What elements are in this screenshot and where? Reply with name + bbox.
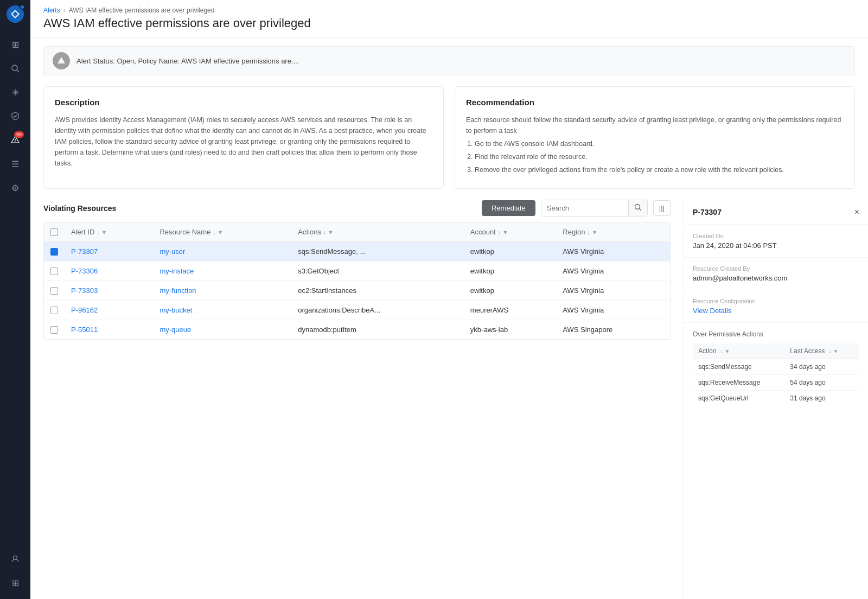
alerts-nav-icon[interactable]: 99 <box>4 129 26 151</box>
columns-button[interactable]: ||| <box>653 200 671 216</box>
alert-id-link-0[interactable]: P-73307 <box>71 247 98 256</box>
row-checkbox-4[interactable] <box>50 326 58 334</box>
created-on-section: Created On Jan 24, 2020 at 04:06 PST <box>684 225 868 258</box>
action-sort[interactable]: ↓ ▼ <box>720 348 730 354</box>
page-title: AWS IAM effective permissions are over p… <box>43 16 855 30</box>
table-row[interactable]: P-96162 my-bucket organizations:Describe… <box>44 301 670 320</box>
action-row: sqs:GetQueueUrl 31 days ago <box>693 391 859 406</box>
svg-line-6 <box>639 209 641 211</box>
content-main: Violating Resources Remediate ||| <box>30 200 684 599</box>
svg-point-5 <box>635 205 640 209</box>
actions-header: Actions ↓ ▼ <box>291 222 464 242</box>
account-cell-1: ewitkop <box>464 262 556 281</box>
region-cell-2: AWS Virginia <box>556 281 670 301</box>
resources-table: Alert ID ↓ ▼ Resource Name ↓ ▼ Actions ↓… <box>44 222 670 339</box>
breadcrumb-current: AWS IAM effective permissions are over p… <box>69 7 215 14</box>
violating-resources-title: Violating Resources <box>43 204 116 213</box>
alert-id-link-1[interactable]: P-73306 <box>71 267 98 275</box>
row-checkbox-1[interactable] <box>50 267 58 275</box>
over-permissive-title: Over Permissive Actions <box>693 330 859 338</box>
region-cell-0: AWS Virginia <box>556 242 670 262</box>
alert-id-link-4[interactable]: P-55011 <box>71 326 98 334</box>
recommendation-intro: Each resource should follow the standard… <box>466 116 841 135</box>
main-content: Alerts › AWS IAM effective permissions a… <box>30 0 868 599</box>
region-sort[interactable]: ↓ ▼ <box>587 229 597 235</box>
table-body: P-73307 my-user sqs:SendMessage, ... ewi… <box>44 242 670 340</box>
table-row[interactable]: P-73303 my-function ec2:StartInstances e… <box>44 281 670 301</box>
table-row[interactable]: P-73306 my-instace s3:GetObject ewitkop … <box>44 262 670 281</box>
resource-created-by-label: Resource Created By <box>693 265 859 272</box>
grid-nav-icon[interactable]: ⊞ <box>4 572 26 594</box>
recommendation-step-2: Find the relevant role of the resource. <box>475 151 844 162</box>
breadcrumb-alerts-link[interactable]: Alerts <box>43 7 60 14</box>
row-checkbox-2[interactable] <box>50 287 58 295</box>
table-row[interactable]: P-73307 my-user sqs:SendMessage, ... ewi… <box>44 242 670 262</box>
dashboard-icon[interactable]: ⊞ <box>4 34 26 55</box>
action-cell-1: sqs:ReceiveMessage <box>693 375 784 391</box>
close-detail-button[interactable]: × <box>854 207 859 217</box>
recommendation-step-3: Remove the over privileged actions from … <box>475 164 844 175</box>
resource-created-by-value: admin@paloaltonetworks.com <box>693 274 859 282</box>
recommendation-steps: Go to the AWS console IAM dashboard. Fin… <box>475 138 844 175</box>
list-nav-icon[interactable]: ☰ <box>4 153 26 175</box>
actions-sub-table: Action ↓ ▼ Last Access ↓ ▼ sqs:SendMessa… <box>693 343 859 406</box>
row-checkbox-0[interactable] <box>50 248 58 256</box>
app-logo <box>5 4 25 24</box>
select-all-checkbox[interactable] <box>50 228 58 236</box>
account-cell-4: ykb-aws-lab <box>464 320 556 340</box>
section-header: Violating Resources Remediate ||| <box>43 200 671 216</box>
resource-config-label: Resource Configuration <box>693 298 859 304</box>
remediate-button[interactable]: Remediate <box>482 200 535 216</box>
actions-cell-1: s3:GetObject <box>291 262 464 281</box>
action-col-header: Action ↓ ▼ <box>693 343 784 359</box>
region-cell-4: AWS Singapore <box>556 320 670 340</box>
alert-id-header: Alert ID ↓ ▼ <box>65 222 153 242</box>
user-nav-icon[interactable] <box>4 548 26 570</box>
sidebar: ⊞ ✳ 99 ☰ ⚙ ⊞ <box>0 0 30 599</box>
region-cell-1: AWS Virginia <box>556 262 670 281</box>
detail-panel: P-73307 × Created On Jan 24, 2020 at 04:… <box>684 200 868 599</box>
actions-sort[interactable]: ↓ ▼ <box>323 229 334 235</box>
description-card: Description AWS provides Identity Access… <box>43 86 444 189</box>
shield-nav-icon[interactable] <box>4 105 26 127</box>
svg-point-3 <box>15 141 16 142</box>
recommendation-title: Recommendation <box>466 98 844 107</box>
action-row: sqs:SendMessage 34 days ago <box>693 359 859 375</box>
last-access-sort[interactable]: ↓ ▼ <box>829 348 839 354</box>
resource-config-section: Resource Configuration View Details <box>684 290 868 323</box>
region-cell-3: AWS Virginia <box>556 301 670 320</box>
region-header: Region ↓ ▼ <box>556 222 670 242</box>
alert-id-link-3[interactable]: P-96162 <box>71 306 98 314</box>
resource-name-link-4[interactable]: my-queue <box>159 326 191 334</box>
resource-name-link-3[interactable]: my-bucket <box>159 306 192 314</box>
alert-id-sort[interactable]: ↓ ▼ <box>97 229 107 235</box>
over-permissive-section: Over Permissive Actions Action ↓ ▼ Last … <box>684 323 868 413</box>
search-button[interactable] <box>628 200 647 216</box>
page-header: Alerts › AWS IAM effective permissions a… <box>30 0 868 37</box>
recommendation-card: Recommendation Each resource should foll… <box>455 86 855 189</box>
svg-point-0 <box>12 65 17 71</box>
detail-panel-header: P-73307 × <box>684 200 868 225</box>
alert-id-link-2[interactable]: P-73303 <box>71 286 98 295</box>
account-sort[interactable]: ↓ ▼ <box>497 229 508 235</box>
asterisk-nav-icon[interactable]: ✳ <box>4 81 26 103</box>
search-input[interactable] <box>541 201 628 215</box>
resource-name-link-2[interactable]: my-function <box>159 286 196 295</box>
violating-resources-table: Alert ID ↓ ▼ Resource Name ↓ ▼ Actions ↓… <box>43 222 671 340</box>
resource-name-link-1[interactable]: my-instace <box>159 267 194 275</box>
last-access-cell-1: 54 days ago <box>784 375 859 391</box>
row-checkbox-3[interactable] <box>50 307 58 314</box>
search-box <box>541 200 648 216</box>
view-details-link[interactable]: View Details <box>693 307 731 315</box>
last-access-cell-0: 34 days ago <box>784 359 859 375</box>
resource-name-sort[interactable]: ↓ ▼ <box>213 229 223 235</box>
alert-status-bar: Alert Status: Open, Policy Name: AWS IAM… <box>43 46 855 75</box>
breadcrumb-separator: › <box>63 7 66 14</box>
actions-cell-4: dynamodb:putItem <box>291 320 464 340</box>
recommendation-text: Each resource should follow the standard… <box>466 114 844 175</box>
search-nav-icon[interactable] <box>4 58 26 79</box>
settings-nav-icon[interactable]: ⚙ <box>4 177 26 199</box>
table-row[interactable]: P-55011 my-queue dynamodb:putItem ykb-aw… <box>44 320 670 340</box>
action-cell-0: sqs:SendMessage <box>693 359 784 375</box>
resource-name-link-0[interactable]: my-user <box>159 247 185 256</box>
